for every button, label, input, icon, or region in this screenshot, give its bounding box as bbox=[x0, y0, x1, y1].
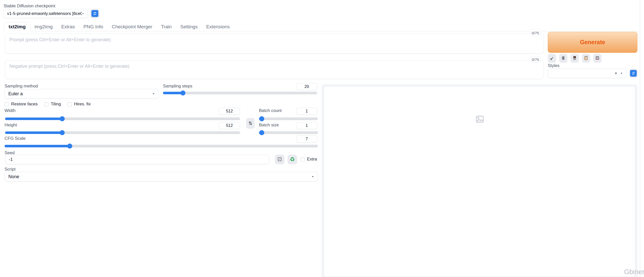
checkpoint-value: v1-5-pruned-emaonly.safetensors [6ce016 bbox=[7, 11, 82, 16]
tiling-toggle[interactable]: Tiling bbox=[44, 102, 61, 107]
seed-input[interactable] bbox=[5, 155, 269, 164]
slider-thumb[interactable] bbox=[60, 116, 65, 121]
generation-toggles: Restore faces Tiling Hires. fix bbox=[5, 102, 91, 107]
tab-img2img[interactable]: img2img bbox=[30, 22, 57, 31]
seed-extra-label: Extra bbox=[307, 157, 317, 162]
paste-generation-params-button[interactable]: ↙ bbox=[548, 54, 556, 63]
clear-styles-icon[interactable]: × bbox=[615, 71, 617, 76]
refresh-icon bbox=[91, 10, 98, 17]
stable-diffusion-webui: Stable Diffusion checkpoint v1-5-pruned-… bbox=[0, 0, 644, 277]
hires-fix-label: Hires. fix bbox=[74, 102, 91, 107]
tab-extensions[interactable]: Extensions bbox=[202, 22, 234, 31]
chevron-down-icon: ▼ bbox=[152, 93, 155, 95]
batch-count-input[interactable] bbox=[296, 108, 317, 115]
slider-thumb[interactable] bbox=[60, 130, 65, 135]
slider-fill bbox=[163, 92, 183, 94]
batch-size-label: Batch size bbox=[259, 123, 279, 128]
save-style-button[interactable] bbox=[593, 54, 602, 63]
restore-faces-checkbox[interactable] bbox=[5, 102, 9, 106]
width-input[interactable] bbox=[219, 108, 240, 115]
floppy-disk-icon bbox=[595, 56, 600, 61]
tab-txt2img[interactable]: txt2img bbox=[4, 22, 30, 31]
clipboard-icon bbox=[584, 56, 588, 61]
swap-dimensions-icon: ⇅ bbox=[248, 121, 252, 126]
result-gallery[interactable] bbox=[324, 86, 635, 277]
apply-styles-button[interactable] bbox=[582, 54, 590, 63]
flower-card-icon bbox=[572, 56, 577, 61]
negative-token-counter: 0/75 bbox=[530, 56, 541, 63]
prompt-input[interactable] bbox=[5, 34, 544, 54]
styles-select-controls: × ▼ bbox=[615, 71, 623, 76]
seed-extra-checkbox[interactable] bbox=[301, 157, 305, 161]
sampling-method-label: Sampling method bbox=[5, 84, 38, 89]
slider-thumb[interactable] bbox=[67, 144, 72, 149]
clear-prompt-button[interactable] bbox=[559, 54, 567, 63]
height-slider[interactable] bbox=[5, 131, 240, 134]
slider-thumb[interactable] bbox=[259, 130, 264, 135]
script-select[interactable]: None ▼ bbox=[5, 172, 318, 181]
hires-fix-toggle[interactable]: Hires. fix bbox=[67, 102, 91, 107]
restore-faces-toggle[interactable]: Restore faces bbox=[5, 102, 38, 107]
seed-extra-toggle[interactable]: Extra bbox=[301, 157, 317, 162]
tiling-checkbox[interactable] bbox=[44, 102, 49, 106]
swap-width-height-button[interactable]: ⇅ bbox=[246, 118, 255, 129]
styles-label: Styles bbox=[548, 63, 559, 68]
restore-faces-label: Restore faces bbox=[11, 102, 38, 107]
width-label: Width bbox=[5, 108, 15, 113]
tab-train[interactable]: Train bbox=[157, 22, 176, 31]
chevron-down-icon: ▼ bbox=[620, 72, 623, 75]
checkpoint-select[interactable]: v1-5-pruned-emaonly.safetensors [6ce016 … bbox=[3, 9, 88, 18]
height-input[interactable] bbox=[219, 122, 240, 129]
slider-thumb[interactable] bbox=[259, 116, 264, 121]
batch-size-input[interactable] bbox=[296, 122, 317, 129]
script-value: None bbox=[8, 174, 19, 179]
tiling-label: Tiling bbox=[51, 102, 61, 107]
cfg-scale-input[interactable] bbox=[296, 135, 317, 143]
sampling-method-value: Euler a bbox=[8, 91, 23, 97]
arrow-down-left-icon: ↙ bbox=[550, 55, 554, 61]
slider-thumb[interactable] bbox=[180, 90, 185, 96]
checkpoint-refresh-button[interactable] bbox=[90, 9, 100, 18]
styles-refresh-button[interactable] bbox=[629, 69, 638, 78]
sampling-steps-label: Sampling steps bbox=[163, 84, 192, 89]
sampling-steps-input[interactable] bbox=[296, 83, 317, 90]
main-tabs: txt2img img2img Extras PNG Info Checkpoi… bbox=[3, 23, 639, 31]
tab-png-info[interactable]: PNG Info bbox=[79, 22, 107, 31]
chevron-down-icon: ▼ bbox=[312, 176, 314, 178]
dice-icon bbox=[277, 157, 282, 163]
tab-settings[interactable]: Settings bbox=[176, 22, 202, 31]
width-slider[interactable] bbox=[5, 118, 240, 120]
sampling-method-select[interactable]: Euler a ▼ bbox=[5, 89, 159, 99]
recycle-icon: ♻ bbox=[290, 157, 295, 162]
batch-count-slider[interactable] bbox=[259, 118, 318, 120]
batch-count-label: Batch count bbox=[259, 108, 282, 113]
batch-size-slider[interactable] bbox=[259, 131, 318, 134]
hires-fix-checkbox[interactable] bbox=[67, 102, 72, 106]
prompt-token-counter: 0/75 bbox=[530, 30, 541, 36]
slider-fill bbox=[5, 131, 62, 134]
script-label: Script bbox=[5, 167, 15, 172]
tab-checkpoint-merger[interactable]: Checkpoint Merger bbox=[107, 22, 157, 31]
cfg-scale-slider[interactable] bbox=[5, 145, 318, 147]
generate-button[interactable]: Generate bbox=[548, 32, 637, 53]
refresh-icon bbox=[630, 70, 637, 77]
slider-fill bbox=[5, 118, 62, 120]
random-seed-button[interactable] bbox=[275, 155, 284, 164]
show-extra-networks-button[interactable] bbox=[570, 54, 579, 63]
cfg-scale-label: CFG Scale bbox=[5, 136, 26, 141]
watermark: Gbiner bbox=[624, 268, 644, 276]
chevron-down-icon: ▼ bbox=[82, 13, 84, 15]
styles-select[interactable]: × ▼ bbox=[548, 68, 627, 78]
output-panel bbox=[322, 84, 637, 277]
negative-prompt-input[interactable] bbox=[5, 60, 544, 79]
tab-extras[interactable]: Extras bbox=[57, 22, 79, 31]
trash-icon bbox=[561, 56, 566, 61]
checkpoint-label: Stable Diffusion checkpoint bbox=[4, 4, 55, 9]
page-right-divider bbox=[640, 0, 640, 277]
height-label: Height bbox=[5, 123, 17, 128]
reuse-seed-button[interactable]: ♻ bbox=[288, 155, 297, 164]
image-placeholder-icon bbox=[476, 116, 484, 123]
sampling-steps-slider[interactable] bbox=[163, 92, 317, 94]
slider-fill bbox=[5, 145, 70, 147]
